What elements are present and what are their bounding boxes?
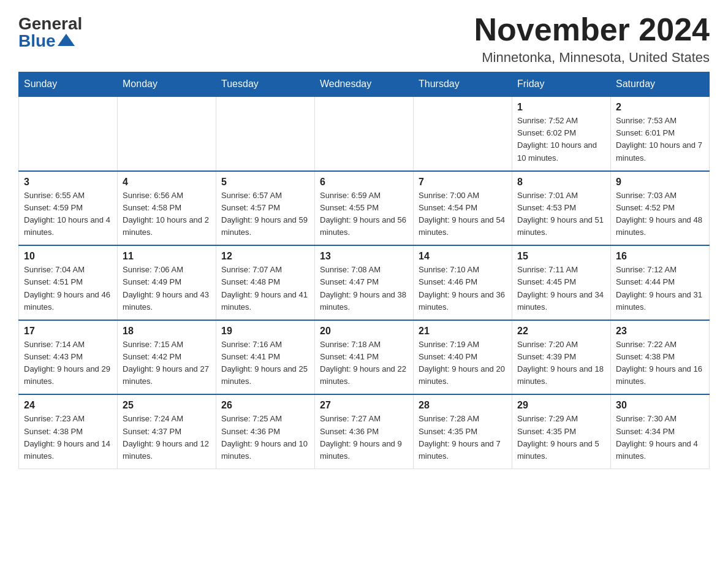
day-number: 17 (24, 326, 112, 337)
day-of-week-header: Tuesday (216, 72, 315, 97)
logo-triangle-icon (58, 34, 75, 46)
calendar-day-cell: 25Sunrise: 7:24 AM Sunset: 4:37 PM Dayli… (118, 394, 216, 469)
calendar-day-cell: 21Sunrise: 7:19 AM Sunset: 4:40 PM Dayli… (414, 320, 512, 395)
day-number: 8 (517, 177, 605, 188)
title-section: November 2024 Minnetonka, Minnesota, Uni… (474, 12, 710, 66)
day-number: 15 (517, 251, 605, 262)
logo: General Blue (18, 12, 82, 50)
calendar-day-cell: 6Sunrise: 6:59 AM Sunset: 4:55 PM Daylig… (315, 171, 414, 246)
day-info: Sunrise: 7:27 AM Sunset: 4:36 PM Dayligh… (320, 413, 408, 462)
calendar-table: SundayMondayTuesdayWednesdayThursdayFrid… (18, 72, 710, 469)
day-info: Sunrise: 7:08 AM Sunset: 4:47 PM Dayligh… (320, 264, 408, 313)
day-number: 2 (616, 102, 704, 113)
calendar-day-cell: 29Sunrise: 7:29 AM Sunset: 4:35 PM Dayli… (512, 394, 611, 469)
calendar-day-cell: 2Sunrise: 7:53 AM Sunset: 6:01 PM Daylig… (611, 96, 710, 171)
logo-blue-text: Blue (18, 33, 75, 50)
day-number: 22 (517, 326, 605, 337)
calendar-day-cell: 14Sunrise: 7:10 AM Sunset: 4:46 PM Dayli… (414, 245, 512, 320)
day-info: Sunrise: 7:30 AM Sunset: 4:34 PM Dayligh… (616, 413, 704, 462)
day-number: 26 (221, 400, 309, 411)
day-number: 19 (221, 326, 309, 337)
day-of-week-header: Saturday (611, 72, 710, 97)
calendar-day-cell (19, 96, 118, 171)
calendar-day-cell: 15Sunrise: 7:11 AM Sunset: 4:45 PM Dayli… (512, 245, 611, 320)
day-number: 29 (517, 400, 605, 411)
calendar-week-row: 17Sunrise: 7:14 AM Sunset: 4:43 PM Dayli… (19, 320, 710, 395)
day-number: 10 (24, 251, 112, 262)
day-info: Sunrise: 7:25 AM Sunset: 4:36 PM Dayligh… (221, 413, 309, 462)
calendar-day-cell (414, 96, 512, 171)
calendar-day-cell: 1Sunrise: 7:52 AM Sunset: 6:02 PM Daylig… (512, 96, 611, 171)
calendar-day-cell: 30Sunrise: 7:30 AM Sunset: 4:34 PM Dayli… (611, 394, 710, 469)
day-info: Sunrise: 7:18 AM Sunset: 4:41 PM Dayligh… (320, 339, 408, 388)
day-info: Sunrise: 7:00 AM Sunset: 4:54 PM Dayligh… (419, 190, 507, 239)
day-number: 11 (123, 251, 211, 262)
page-header: General Blue November 2024 Minnetonka, M… (18, 12, 710, 66)
calendar-header-row: SundayMondayTuesdayWednesdayThursdayFrid… (19, 72, 710, 97)
calendar-day-cell (315, 96, 414, 171)
calendar-day-cell (216, 96, 315, 171)
day-number: 18 (123, 326, 211, 337)
day-of-week-header: Monday (118, 72, 216, 97)
day-info: Sunrise: 7:11 AM Sunset: 4:45 PM Dayligh… (517, 264, 605, 313)
day-info: Sunrise: 6:57 AM Sunset: 4:57 PM Dayligh… (221, 190, 309, 239)
day-info: Sunrise: 7:06 AM Sunset: 4:49 PM Dayligh… (123, 264, 211, 313)
day-info: Sunrise: 7:03 AM Sunset: 4:52 PM Dayligh… (616, 190, 704, 239)
day-info: Sunrise: 7:29 AM Sunset: 4:35 PM Dayligh… (517, 413, 605, 462)
day-info: Sunrise: 6:55 AM Sunset: 4:59 PM Dayligh… (24, 190, 112, 239)
calendar-week-row: 10Sunrise: 7:04 AM Sunset: 4:51 PM Dayli… (19, 245, 710, 320)
day-number: 6 (320, 177, 408, 188)
day-number: 9 (616, 177, 704, 188)
calendar-day-cell: 17Sunrise: 7:14 AM Sunset: 4:43 PM Dayli… (19, 320, 118, 395)
day-info: Sunrise: 7:15 AM Sunset: 4:42 PM Dayligh… (123, 339, 211, 388)
day-of-week-header: Sunday (19, 72, 118, 97)
day-number: 27 (320, 400, 408, 411)
day-info: Sunrise: 7:19 AM Sunset: 4:40 PM Dayligh… (419, 339, 507, 388)
day-number: 13 (320, 251, 408, 262)
calendar-day-cell: 5Sunrise: 6:57 AM Sunset: 4:57 PM Daylig… (216, 171, 315, 246)
calendar-day-cell: 22Sunrise: 7:20 AM Sunset: 4:39 PM Dayli… (512, 320, 611, 395)
calendar-day-cell (118, 96, 216, 171)
day-info: Sunrise: 7:04 AM Sunset: 4:51 PM Dayligh… (24, 264, 112, 313)
calendar-day-cell: 20Sunrise: 7:18 AM Sunset: 4:41 PM Dayli… (315, 320, 414, 395)
calendar-day-cell: 9Sunrise: 7:03 AM Sunset: 4:52 PM Daylig… (611, 171, 710, 246)
calendar-week-row: 3Sunrise: 6:55 AM Sunset: 4:59 PM Daylig… (19, 171, 710, 246)
day-number: 3 (24, 177, 112, 188)
day-info: Sunrise: 7:53 AM Sunset: 6:01 PM Dayligh… (616, 115, 704, 164)
day-info: Sunrise: 6:59 AM Sunset: 4:55 PM Dayligh… (320, 190, 408, 239)
day-info: Sunrise: 7:23 AM Sunset: 4:38 PM Dayligh… (24, 413, 112, 462)
calendar-day-cell: 11Sunrise: 7:06 AM Sunset: 4:49 PM Dayli… (118, 245, 216, 320)
calendar-day-cell: 24Sunrise: 7:23 AM Sunset: 4:38 PM Dayli… (19, 394, 118, 469)
day-number: 14 (419, 251, 507, 262)
calendar-day-cell: 12Sunrise: 7:07 AM Sunset: 4:48 PM Dayli… (216, 245, 315, 320)
day-info: Sunrise: 7:20 AM Sunset: 4:39 PM Dayligh… (517, 339, 605, 388)
calendar-day-cell: 8Sunrise: 7:01 AM Sunset: 4:53 PM Daylig… (512, 171, 611, 246)
day-number: 23 (616, 326, 704, 337)
calendar-body: 1Sunrise: 7:52 AM Sunset: 6:02 PM Daylig… (19, 96, 710, 469)
day-info: Sunrise: 7:10 AM Sunset: 4:46 PM Dayligh… (419, 264, 507, 313)
day-number: 12 (221, 251, 309, 262)
calendar-day-cell: 7Sunrise: 7:00 AM Sunset: 4:54 PM Daylig… (414, 171, 512, 246)
calendar-week-row: 1Sunrise: 7:52 AM Sunset: 6:02 PM Daylig… (19, 96, 710, 171)
day-number: 1 (517, 102, 605, 113)
day-number: 25 (123, 400, 211, 411)
day-info: Sunrise: 7:01 AM Sunset: 4:53 PM Dayligh… (517, 190, 605, 239)
logo-general-text: General (18, 15, 82, 33)
day-number: 16 (616, 251, 704, 262)
day-info: Sunrise: 7:14 AM Sunset: 4:43 PM Dayligh… (24, 339, 112, 388)
day-number: 7 (419, 177, 507, 188)
calendar-header: SundayMondayTuesdayWednesdayThursdayFrid… (19, 72, 710, 97)
day-of-week-header: Thursday (414, 72, 512, 97)
day-info: Sunrise: 7:52 AM Sunset: 6:02 PM Dayligh… (517, 115, 605, 164)
day-info: Sunrise: 7:07 AM Sunset: 4:48 PM Dayligh… (221, 264, 309, 313)
calendar-day-cell: 16Sunrise: 7:12 AM Sunset: 4:44 PM Dayli… (611, 245, 710, 320)
calendar-day-cell: 13Sunrise: 7:08 AM Sunset: 4:47 PM Dayli… (315, 245, 414, 320)
day-info: Sunrise: 7:28 AM Sunset: 4:35 PM Dayligh… (419, 413, 507, 462)
calendar-day-cell: 3Sunrise: 6:55 AM Sunset: 4:59 PM Daylig… (19, 171, 118, 246)
day-number: 30 (616, 400, 704, 411)
calendar-day-cell: 28Sunrise: 7:28 AM Sunset: 4:35 PM Dayli… (414, 394, 512, 469)
calendar-day-cell: 27Sunrise: 7:27 AM Sunset: 4:36 PM Dayli… (315, 394, 414, 469)
location-subtitle: Minnetonka, Minnesota, United States (474, 50, 710, 66)
calendar-day-cell: 4Sunrise: 6:56 AM Sunset: 4:58 PM Daylig… (118, 171, 216, 246)
month-title: November 2024 (474, 12, 710, 47)
